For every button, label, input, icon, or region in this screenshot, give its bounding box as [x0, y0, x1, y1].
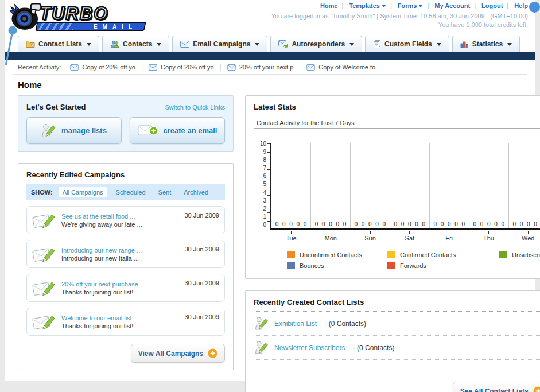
y-tick-label: 0	[256, 222, 266, 228]
view-all-campaigns-button[interactable]: View All Campaigns	[131, 344, 225, 363]
switch-quick-links-link[interactable]: Switch to Quick Links	[165, 104, 225, 111]
credits-text: You have 1,000 total credits left.	[271, 21, 528, 29]
data-value: 0	[368, 221, 372, 227]
data-value: 0	[480, 221, 484, 227]
chart-day-group: 00000	[509, 143, 540, 228]
x-axis-label: Sat	[390, 231, 429, 242]
nav-link-my-account[interactable]: My Account	[434, 2, 470, 9]
nav-link-logout[interactable]: Logout	[481, 2, 503, 9]
tab-contacts[interactable]: Contacts	[102, 36, 169, 52]
campaign-row[interactable]: Welcome to our email listThanks for join…	[26, 308, 225, 336]
contact-list-name-link[interactable]: Exhibition List	[274, 320, 317, 328]
recent-activity-item[interactable]: Copy of 20% off yo	[142, 64, 220, 71]
data-value: 0	[401, 221, 405, 227]
chevron-down-icon	[255, 43, 259, 46]
right-column: Latest Stats Contact Activity for the La…	[245, 95, 540, 392]
contact-list-row[interactable]: Exhibition List - (0 Contacts)	[254, 312, 540, 336]
show-label: SHOW:	[31, 189, 53, 196]
data-value: 0	[448, 221, 451, 227]
recent-activity-item[interactable]: Copy of Welcome to	[300, 64, 382, 71]
folder-icon	[26, 40, 35, 48]
contact-list-name-link[interactable]: Newsletter Subscribers	[274, 344, 345, 352]
chart-x-axis: TueMonSunSatFriThuWed	[271, 231, 540, 242]
recent-activity-item[interactable]: Copy of 20% off yo	[70, 64, 142, 71]
x-axis-label: Sun	[351, 231, 390, 242]
contact-list-row[interactable]: Newsletter Subscribers - (0 Contacts)	[254, 336, 540, 360]
x-axis-label: Mon	[311, 231, 351, 242]
tab-label: Statistics	[472, 40, 503, 48]
campaign-title-link[interactable]: 20% off your next purchase	[61, 281, 179, 288]
data-value: 0	[487, 221, 491, 227]
legend-item-bounces: Bounces	[287, 262, 387, 269]
nav-item-templates: Templates	[337, 2, 386, 9]
nav-link-help[interactable]: Help	[514, 2, 528, 9]
chart-day-group: 00000	[351, 143, 390, 228]
stats-period-select[interactable]: Contact Activity for the Last 7 Days	[254, 117, 540, 129]
data-value: 0	[441, 221, 444, 227]
nav-item-my-account: My Account	[423, 2, 470, 9]
tab-custom-fields[interactable]: Custom Fields	[365, 36, 449, 52]
orange-arrow-icon	[208, 348, 217, 358]
see-all-contact-lists-button[interactable]: See All Contact Lists	[453, 382, 540, 392]
chevron-down-icon	[418, 5, 423, 7]
envelope-icon	[227, 64, 236, 71]
chevron-down-icon	[437, 43, 441, 46]
envelope-pencil-icon	[32, 312, 56, 331]
nav-item-help: Help	[503, 2, 528, 9]
campaign-row[interactable]: Introducing our new range ...Introducing…	[26, 240, 225, 268]
nav-item-home: Home	[320, 2, 338, 9]
legend-label: Bounces	[300, 262, 324, 269]
get-started-title: Let's Get Started	[26, 103, 86, 111]
data-value: 0	[275, 221, 279, 227]
legend-label: Unsubscribes	[512, 251, 540, 258]
filter-archived[interactable]: Archived	[180, 187, 212, 197]
legend-swatch	[387, 262, 395, 269]
tab-label: Custom Fields	[384, 40, 432, 48]
login-status-text: You are logged in as "Timothy Smith" | S…	[271, 12, 528, 21]
campaign-title-link[interactable]: Introducing our new range ...	[61, 247, 179, 254]
recent-activity-item[interactable]: 20% off your next p	[220, 64, 300, 71]
data-value: 0	[462, 221, 465, 227]
filter-scheduled[interactable]: Scheduled	[112, 187, 150, 197]
nav-divider-bar	[5, 52, 535, 60]
help-bubble-icon[interactable]	[529, 2, 540, 13]
data-value: 0	[296, 221, 300, 227]
nav-link-forms[interactable]: Forms	[398, 2, 417, 9]
campaign-title-link[interactable]: See us at the retail food ...	[61, 213, 179, 220]
tab-contact-lists[interactable]: Contact Lists	[18, 36, 99, 52]
campaign-row[interactable]: See us at the retail food ...We're givin…	[26, 206, 225, 234]
create-email-label: create an email	[164, 126, 217, 135]
data-value: 0	[408, 221, 411, 227]
tab-autoresponders[interactable]: Autoresponders	[270, 36, 362, 52]
left-column: Let's Get Started Switch to Quick Links …	[18, 95, 234, 370]
manage-lists-button[interactable]: manage lists	[26, 117, 122, 144]
envelope-pencil-icon	[32, 278, 56, 297]
envelope-icon	[149, 64, 157, 71]
bar-chart-icon	[460, 41, 469, 48]
filter-all-campaigns[interactable]: All Campaigns	[59, 187, 107, 197]
chart-day-group: 00000	[390, 143, 430, 228]
nav-item-forms: Forms	[386, 2, 423, 9]
tab-statistics[interactable]: Statistics	[452, 36, 520, 52]
create-email-button[interactable]: create an email	[130, 117, 225, 144]
y-tick-label: 9	[256, 149, 266, 155]
campaign-title-link[interactable]: Welcome to our email list	[61, 315, 179, 321]
data-value: 0	[534, 221, 537, 227]
dashboard-columns: Let's Get Started Switch to Quick Links …	[5, 95, 535, 392]
y-tick-label: 6	[256, 173, 266, 179]
campaign-row[interactable]: 20% off your next purchaseThanks for joi…	[26, 274, 225, 302]
manage-lists-label: manage lists	[61, 126, 107, 135]
legend-swatch	[499, 251, 507, 258]
chart-day-group: 00000	[311, 143, 351, 228]
data-value: 0	[329, 221, 332, 227]
latest-stats-panel: Latest Stats Contact Activity for the La…	[245, 95, 540, 279]
top-nav: HomeTemplatesFormsMy AccountLogoutHelp	[320, 2, 528, 9]
main-nav-tabs: Contact Lists Contacts Email Campaigns A…	[5, 36, 535, 52]
nav-link-home[interactable]: Home	[320, 2, 338, 9]
data-value: 0	[454, 221, 458, 227]
tab-email-campaigns[interactable]: Email Campaigns	[172, 36, 267, 52]
nav-link-templates[interactable]: Templates	[349, 2, 380, 9]
data-value: 0	[375, 221, 379, 227]
filter-sent[interactable]: Sent	[154, 187, 176, 197]
view-all-campaigns-label: View All Campaigns	[138, 350, 203, 358]
